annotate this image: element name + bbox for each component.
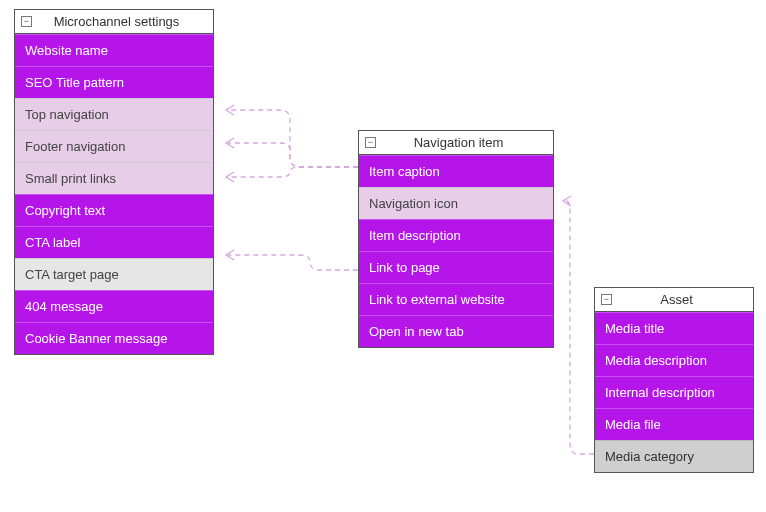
entity-navigation-item[interactable]: − Navigation item Item caption Navigatio… — [358, 130, 554, 348]
entity-asset[interactable]: − Asset Media title Media description In… — [594, 287, 754, 473]
field-row[interactable]: Cookie Banner message — [15, 322, 213, 354]
field-row-ref[interactable]: Navigation icon — [359, 187, 553, 219]
field-row[interactable]: Item description — [359, 219, 553, 251]
connector-navicon — [565, 201, 594, 454]
field-row[interactable]: Media category — [595, 440, 753, 472]
connector-ctatarget — [228, 255, 358, 270]
field-row[interactable]: CTA label — [15, 226, 213, 258]
entity-title: Microchannel settings — [38, 14, 207, 29]
field-row[interactable]: Copyright text — [15, 194, 213, 226]
collapse-icon[interactable]: − — [365, 137, 376, 148]
field-row[interactable]: Link to page — [359, 251, 553, 283]
entity-header[interactable]: − Navigation item — [359, 131, 553, 155]
field-row[interactable]: Open in new tab — [359, 315, 553, 347]
entity-title: Navigation item — [382, 135, 547, 150]
connector-smallprint — [228, 167, 358, 177]
field-row[interactable]: Website name — [15, 34, 213, 66]
field-row[interactable]: Link to external website — [359, 283, 553, 315]
connector-footernav — [228, 143, 358, 167]
field-row-ref[interactable]: Small print links — [15, 162, 213, 194]
arrowhead-smallprint — [226, 172, 234, 182]
field-row[interactable]: Item caption — [359, 155, 553, 187]
arrowhead-navicon — [563, 196, 571, 206]
connector-topnav — [228, 110, 358, 167]
entity-microchannel-settings[interactable]: − Microchannel settings Website name SEO… — [14, 9, 214, 355]
entity-header[interactable]: − Asset — [595, 288, 753, 312]
field-row[interactable]: 404 message — [15, 290, 213, 322]
field-row[interactable]: SEO Title pattern — [15, 66, 213, 98]
field-row[interactable]: Internal description — [595, 376, 753, 408]
arrowhead-footernav — [226, 138, 234, 148]
field-row[interactable]: Media description — [595, 344, 753, 376]
field-row[interactable]: Media file — [595, 408, 753, 440]
collapse-icon[interactable]: − — [21, 16, 32, 27]
arrowhead-ctatarget — [226, 250, 234, 260]
field-row-ref[interactable]: Footer navigation — [15, 130, 213, 162]
field-row-ref[interactable]: CTA target page — [15, 258, 213, 290]
arrowhead-topnav — [226, 105, 234, 115]
field-row[interactable]: Media title — [595, 312, 753, 344]
entity-header[interactable]: − Microchannel settings — [15, 10, 213, 34]
entity-title: Asset — [618, 292, 747, 307]
field-row-ref[interactable]: Top navigation — [15, 98, 213, 130]
collapse-icon[interactable]: − — [601, 294, 612, 305]
